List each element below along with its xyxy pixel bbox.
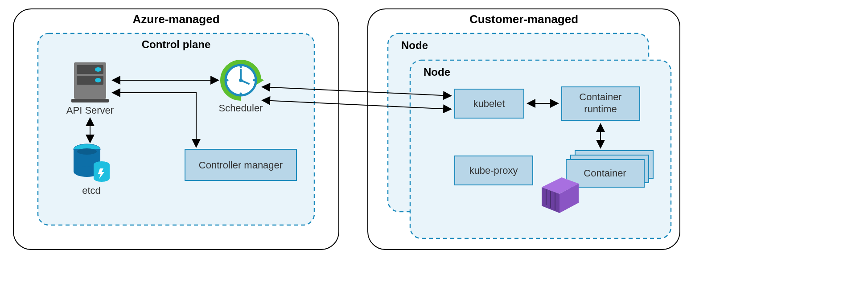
control-plane-title: Control plane (142, 38, 211, 50)
svg-rect-5 (71, 99, 109, 102)
scheduler-label: Scheduler (218, 102, 263, 114)
svg-point-19 (77, 148, 97, 155)
container-label: Container (584, 168, 626, 179)
kube-proxy-label: kube-proxy (469, 165, 518, 176)
svg-point-12 (240, 93, 242, 95)
container-runtime-label-1: Container (579, 91, 621, 102)
node-back-label: Node (401, 39, 428, 51)
node-front-label: Node (424, 66, 450, 78)
svg-point-22 (94, 175, 110, 182)
svg-point-4 (95, 78, 101, 82)
controller-manager-label: Controller manager (199, 160, 283, 171)
api-server-label: API Server (66, 105, 114, 116)
etcd-label: etcd (82, 185, 101, 196)
api-server-icon (71, 62, 109, 102)
svg-point-14 (253, 79, 255, 82)
control-plane-panel (38, 33, 314, 225)
container-runtime-label-2: runtime (584, 103, 617, 115)
customer-managed-title: Customer-managed (469, 12, 578, 26)
azure-managed-title: Azure-managed (132, 12, 219, 26)
svg-point-13 (226, 79, 229, 82)
kubelet-label: kubelet (473, 98, 505, 109)
svg-point-11 (240, 66, 242, 68)
svg-point-2 (95, 67, 101, 72)
